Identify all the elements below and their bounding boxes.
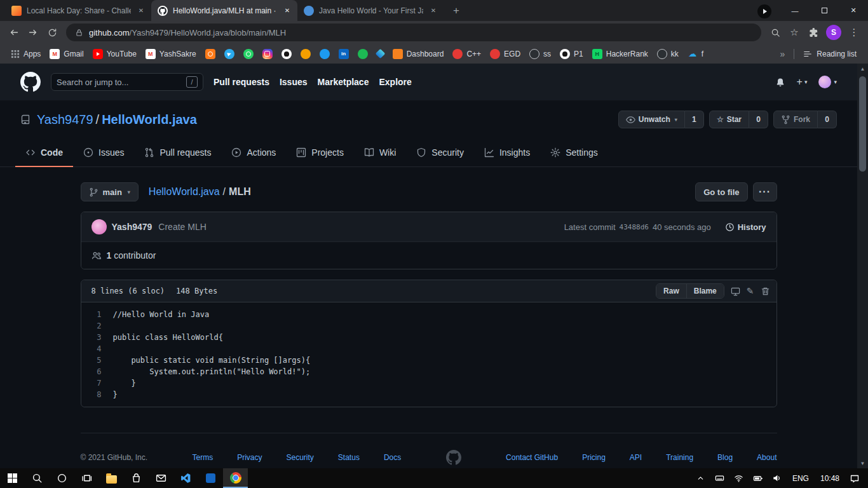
task-view-button[interactable] — [74, 468, 99, 488]
fork-button[interactable]: Fork — [773, 111, 818, 128]
browser-tab-3[interactable]: Java Hello World - Your First Java ✕ — [297, 0, 444, 21]
maximize-button[interactable] — [810, 0, 839, 21]
watch-count[interactable]: 1 — [685, 111, 704, 128]
footer-link[interactable]: About — [757, 453, 776, 462]
github-nav-link[interactable]: Marketplace — [318, 77, 369, 87]
bookmark-item[interactable] — [220, 47, 239, 61]
more-options-button[interactable]: ··· — [753, 182, 777, 201]
bookmark-star-icon[interactable]: ☆ — [785, 24, 803, 41]
tab-close-icon[interactable]: ✕ — [428, 6, 438, 16]
footer-link[interactable]: Pricing — [582, 453, 606, 462]
commit-sha-link[interactable]: 43488d6 — [620, 223, 649, 231]
back-button[interactable] — [5, 24, 23, 41]
github-nav-link[interactable]: Pull requests — [214, 77, 269, 87]
edit-file-button[interactable]: ✎ — [747, 286, 754, 296]
github-logo[interactable] — [20, 72, 41, 92]
blame-button[interactable]: Blame — [686, 284, 724, 298]
footer-link[interactable]: Privacy — [237, 453, 262, 462]
footer-link[interactable]: Training — [666, 453, 693, 462]
bookmark-item[interactable] — [258, 47, 277, 61]
line-number[interactable]: 3 — [81, 332, 113, 343]
footer-link[interactable]: Blog — [717, 453, 733, 462]
bookmark-item[interactable]: kk — [653, 47, 683, 61]
create-new-button[interactable]: +▾ — [797, 76, 808, 88]
footer-link[interactable]: Status — [338, 453, 360, 462]
bookmark-item[interactable]: P1 — [555, 47, 588, 61]
repo-tab-insights[interactable]: Insights — [474, 139, 540, 167]
go-to-file-button[interactable]: Go to file — [695, 182, 747, 201]
footer-link[interactable]: Security — [287, 453, 314, 462]
bookmark-item[interactable]: EGD — [485, 47, 525, 61]
star-count[interactable]: 0 — [749, 111, 768, 128]
open-desktop-button[interactable] — [731, 287, 740, 296]
minimize-button[interactable]: — — [780, 0, 810, 21]
bookmark-item[interactable]: f — [683, 47, 708, 61]
repo-name-link[interactable]: HelloWorld.java — [102, 112, 197, 126]
notifications-bell-icon[interactable] — [775, 76, 785, 88]
bookmark-item[interactable]: HackerRank — [588, 47, 653, 61]
line-number[interactable]: 6 — [81, 366, 113, 377]
commit-message-link[interactable]: Create MLH — [158, 222, 206, 232]
line-number[interactable]: 2 — [81, 320, 113, 332]
bookmark-item[interactable]: Dashboard — [388, 47, 449, 61]
star-button[interactable]: ☆ Star — [709, 111, 749, 128]
browser-menu-icon[interactable]: ⋮ — [845, 24, 863, 41]
reading-list-button[interactable]: Reading list — [798, 48, 862, 60]
history-link[interactable]: History — [725, 222, 766, 232]
raw-button[interactable]: Raw — [656, 284, 686, 298]
browser-profile-avatar[interactable]: S — [826, 25, 841, 40]
vscode-button[interactable] — [173, 468, 198, 488]
photos-button[interactable] — [198, 468, 223, 488]
bookmark-item[interactable]: YashSakre — [141, 47, 201, 61]
line-number[interactable]: 4 — [81, 343, 113, 355]
commit-author-link[interactable]: Yash9479 — [112, 222, 153, 232]
close-window-button[interactable]: ✕ — [839, 0, 868, 21]
repo-owner-link[interactable]: Yash9479 — [37, 112, 93, 126]
delete-file-button[interactable] — [761, 287, 770, 296]
browser-tab-1[interactable]: Local Hack Day: Share - Challeng ✕ — [5, 0, 151, 21]
fork-count[interactable]: 0 — [818, 111, 837, 128]
clock[interactable]: 10:48 — [816, 474, 844, 483]
repo-tab-projects[interactable]: Projects — [286, 139, 354, 167]
line-number[interactable]: 5 — [81, 355, 113, 366]
bookmark-item[interactable]: ss — [525, 47, 555, 61]
taskbar-search-button[interactable] — [25, 468, 50, 488]
breadcrumb-repo-link[interactable]: HelloWorld.java — [149, 186, 220, 197]
bookmark-item[interactable]: YouTube — [88, 47, 141, 61]
scroll-up-arrow[interactable]: ▲ — [860, 64, 865, 74]
user-avatar-menu[interactable]: ▾ — [818, 76, 837, 88]
bookmark-item[interactable]: C++ — [448, 47, 485, 61]
contributors-text[interactable]: 1 contributor — [107, 250, 156, 261]
commit-author-avatar[interactable] — [92, 219, 107, 234]
chrome-button-active[interactable] — [223, 468, 248, 488]
bookmark-item[interactable] — [372, 48, 388, 59]
tab-close-icon[interactable]: ✕ — [136, 6, 146, 16]
footer-link[interactable]: Contact GitHub — [506, 453, 558, 462]
volume-button[interactable] — [769, 468, 785, 488]
branch-selector-button[interactable]: main ▾ — [81, 182, 139, 201]
tray-expand-button[interactable] — [693, 468, 709, 488]
new-tab-button[interactable]: + — [447, 2, 465, 20]
touch-keyboard-button[interactable] — [712, 468, 728, 488]
line-number[interactable]: 8 — [81, 389, 113, 400]
refresh-button[interactable] — [43, 24, 61, 41]
bookmark-item[interactable]: Apps — [6, 48, 45, 60]
vertical-scrollbar[interactable]: ▲ ▼ — [857, 64, 868, 468]
bookmark-item[interactable] — [315, 47, 334, 61]
battery-button[interactable] — [750, 468, 766, 488]
language-indicator[interactable]: ENG — [788, 474, 813, 483]
bookmark-item[interactable] — [277, 47, 296, 61]
repo-tab-issues[interactable]: Issues — [73, 139, 134, 167]
browser-tab-2-active[interactable]: HelloWorld.java/MLH at main · Ya ✕ — [151, 0, 297, 21]
scroll-down-arrow[interactable]: ▼ — [860, 458, 865, 468]
github-nav-link[interactable]: Issues — [280, 77, 308, 87]
repo-tab-actions[interactable]: Actions — [221, 139, 286, 167]
line-number[interactable]: 7 — [81, 377, 113, 389]
bookmark-item[interactable]: Gmail — [45, 47, 88, 61]
line-number[interactable]: 1 — [81, 309, 113, 320]
bookmark-item[interactable] — [239, 47, 258, 61]
bookmark-item[interactable] — [296, 47, 315, 61]
unwatch-button[interactable]: Unwatch ▾ — [618, 111, 685, 128]
github-search-input[interactable] — [57, 78, 182, 87]
media-controls-button[interactable] — [757, 4, 771, 18]
